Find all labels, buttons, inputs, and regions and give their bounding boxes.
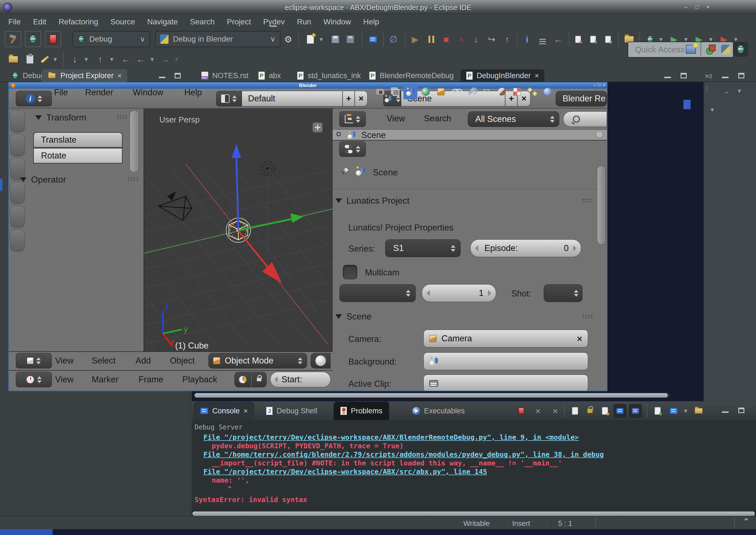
tab-blender-remote-debug[interactable]: P BlenderRemoteDebug — [363, 69, 459, 82]
shelf-tab[interactable] — [10, 206, 25, 228]
menu-project[interactable]: Project — [221, 17, 257, 26]
tab-console[interactable]: Console × — [193, 402, 254, 420]
debug-perspective-button[interactable] — [734, 42, 748, 57]
step-return-button[interactable]: ↑ — [501, 32, 514, 46]
tab-render[interactable] — [373, 84, 387, 99]
episode-number-field[interactable]: Episode: 0 — [470, 239, 581, 257]
disconnect-button[interactable]: × — [454, 32, 468, 46]
word-wrap-button[interactable] — [598, 404, 611, 418]
increment-arrow-icon[interactable] — [488, 290, 491, 296]
outliner-display-filter[interactable]: All Scenes — [468, 111, 559, 127]
active-clip-field[interactable] — [423, 375, 588, 391]
multicam-checkbox[interactable] — [343, 265, 357, 279]
timeline-menu-view[interactable]: View — [55, 375, 74, 384]
transform-manipulator[interactable] — [232, 144, 304, 283]
shelf-tab[interactable] — [10, 182, 25, 204]
tab-particles[interactable] — [525, 84, 539, 99]
pin-icon[interactable] — [340, 167, 349, 176]
show-frames-button[interactable] — [536, 32, 549, 46]
tab-physics[interactable] — [540, 84, 555, 99]
panel-drag-dots[interactable] — [116, 115, 128, 119]
transform-panel-header[interactable]: Transform — [35, 112, 86, 123]
previous-annotation-dropdown[interactable]: ▾ — [108, 52, 115, 67]
menu-help[interactable]: Help — [357, 17, 385, 26]
step-over-button[interactable]: ↪ — [485, 32, 498, 46]
tab-object[interactable] — [434, 84, 448, 99]
tab-debug-in-blender[interactable]: P DebugInBlender × — [461, 69, 544, 82]
panel-drag-dots[interactable] — [582, 198, 594, 203]
menu-refactoring[interactable]: Refactoring — [52, 17, 104, 26]
panel-drag-dots[interactable] — [128, 177, 139, 181]
viewport-menu-add[interactable]: Add — [135, 356, 151, 366]
viewport-editor-selector[interactable] — [16, 353, 52, 369]
close-icon[interactable]: × — [118, 71, 122, 80]
outliner-menu-search[interactable]: Search — [424, 114, 451, 124]
minimize-window-button[interactable]: – — [682, 4, 689, 10]
console-output[interactable]: Debug Server File "/project/terry/Dev/ec… — [192, 420, 756, 511]
maximize-pane-button[interactable] — [173, 71, 182, 80]
shelf-tab[interactable] — [10, 110, 25, 132]
close-window-button[interactable]: × — [603, 83, 605, 87]
suspend-button[interactable] — [424, 32, 438, 46]
traceback-link[interactable]: File "/home/terry/.config/blender/2.79/s… — [194, 450, 604, 459]
console-horizontal-scrollbar[interactable] — [192, 511, 756, 516]
outliner-item-scene[interactable]: Scene — [362, 130, 386, 140]
background-field[interactable] — [423, 352, 588, 370]
close-icon[interactable]: × — [244, 407, 248, 415]
new-wizard-button[interactable] — [304, 32, 317, 46]
terminate-console-button[interactable] — [515, 404, 528, 418]
open-folder-console-button[interactable] — [692, 404, 705, 418]
mark-occurrences-button[interactable] — [38, 52, 51, 67]
collapse-icon[interactable] — [336, 132, 341, 136]
paste-button[interactable] — [23, 52, 37, 67]
blender-menu-file[interactable]: File — [54, 88, 68, 98]
outliner-scrollbar-knob[interactable] — [596, 131, 603, 138]
rotate-button[interactable]: Rotate — [33, 148, 123, 163]
properties-scrollbar[interactable] — [597, 166, 606, 245]
tab-object-data[interactable]: ▽ — [480, 84, 494, 99]
menu-pydev[interactable]: Pydev — [257, 17, 291, 26]
tab-world[interactable] — [419, 84, 433, 99]
interaction-mode-selector[interactable]: Object Mode — [208, 353, 307, 369]
clear-console-button[interactable] — [569, 404, 581, 418]
tab-constraints[interactable] — [449, 84, 463, 99]
viewport-shading-selector[interactable] — [311, 353, 331, 369]
sequence-dropdown[interactable] — [339, 284, 416, 302]
timeline-menu-frame[interactable]: Frame — [138, 375, 163, 384]
minimize-editor-button[interactable] — [663, 71, 672, 80]
step-filter-3-button[interactable] — [601, 32, 615, 46]
view-menu-button[interactable]: ▾ — [738, 87, 741, 95]
timeline-menu-playback[interactable]: Playback — [182, 375, 217, 384]
tab-render-layers[interactable] — [388, 84, 402, 99]
pydev-perspective-button[interactable] — [719, 42, 733, 57]
close-icon[interactable]: × — [535, 71, 539, 80]
link-with-editor-button[interactable] — [707, 86, 707, 92]
current-frame-toggle[interactable] — [234, 372, 251, 387]
add-layout-button[interactable]: + — [342, 91, 355, 106]
minimized-view-handle[interactable] — [0, 179, 3, 191]
taskbar-active-button[interactable] — [0, 529, 53, 535]
tab-texture[interactable] — [510, 84, 524, 99]
viewport-menu-object[interactable]: Object — [170, 356, 195, 366]
decrement-arrow-icon[interactable] — [475, 245, 478, 251]
viewport-menu-select[interactable]: Select — [92, 356, 116, 366]
overview-ruler-mark[interactable] — [683, 100, 691, 109]
next-annotation-dropdown[interactable]: ▾ — [83, 52, 90, 67]
outliner-menu-view[interactable]: View — [387, 114, 405, 124]
step-filter-1-button[interactable] — [571, 32, 585, 46]
region-expand-button[interactable] — [313, 123, 323, 132]
open-console-button[interactable] — [366, 32, 380, 46]
lunatics-project-panel-header[interactable]: Lunatics Project — [335, 196, 410, 206]
menu-file[interactable]: File — [2, 17, 27, 26]
next-annotation-button[interactable]: ↓ — [68, 52, 81, 67]
operator-panel-header[interactable]: Operator — [20, 175, 66, 185]
display-selected-console-button[interactable] — [629, 404, 642, 418]
debug-configuration-combo[interactable]: Debug ∨ — [73, 31, 150, 47]
scroll-lock-button[interactable] — [584, 404, 596, 418]
open-perspective-button[interactable] — [684, 42, 698, 57]
menu-run[interactable]: Run — [291, 17, 317, 26]
viewport-3d[interactable]: z y x User Persp (1) Cube — [144, 109, 333, 351]
terminate-debug-button[interactable]: ■ — [440, 32, 453, 46]
maximize-window-button[interactable]: □ — [598, 83, 600, 87]
shot-dropdown[interactable] — [544, 284, 583, 302]
